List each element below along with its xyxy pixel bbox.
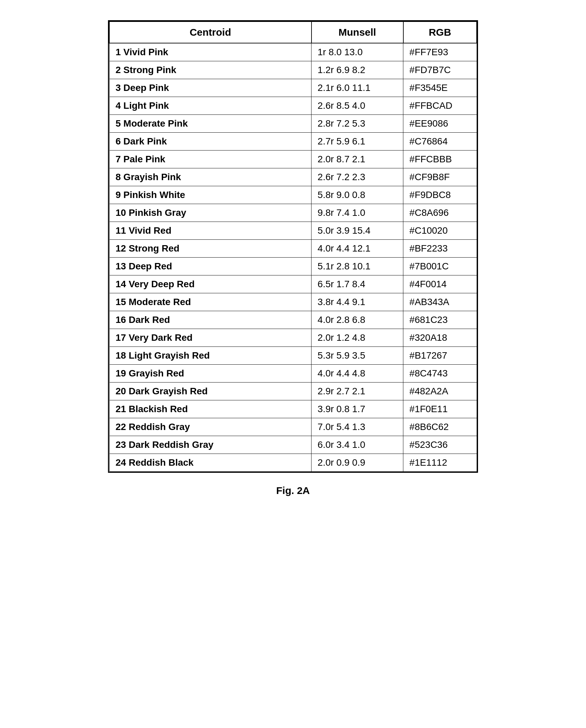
- rgb-cell: #FFCBBB: [403, 151, 477, 168]
- table-row: 17 Very Dark Red2.0r 1.2 4.8#320A18: [109, 329, 477, 347]
- munsell-cell: 7.0r 5.4 1.3: [312, 418, 403, 436]
- munsell-cell: 2.0r 1.2 4.8: [312, 329, 403, 347]
- centroid-cell: 13 Deep Red: [109, 258, 312, 275]
- rgb-cell: #320A18: [403, 329, 477, 347]
- centroid-cell: 19 Grayish Red: [109, 365, 312, 382]
- munsell-cell: 2.6r 7.2 2.3: [312, 168, 403, 186]
- centroid-cell: 12 Strong Red: [109, 240, 312, 258]
- table-row: 23 Dark Reddish Gray6.0r 3.4 1.0#523C36: [109, 436, 477, 454]
- table-row: 16 Dark Red4.0r 2.8 6.8#681C23: [109, 311, 477, 329]
- munsell-cell: 2.9r 2.7 2.1: [312, 382, 403, 400]
- centroid-cell: 3 Deep Pink: [109, 79, 312, 97]
- table-row: 15 Moderate Red3.8r 4.4 9.1#AB343A: [109, 293, 477, 311]
- header-munsell: Munsell: [312, 22, 403, 43]
- rgb-cell: #C8A696: [403, 204, 477, 222]
- table-row: 10 Pinkish Gray9.8r 7.4 1.0#C8A696: [109, 204, 477, 222]
- munsell-cell: 2.0r 0.9 0.9: [312, 454, 403, 472]
- rgb-cell: #FD7B7C: [403, 61, 477, 79]
- rgb-cell: #8B6C62: [403, 418, 477, 436]
- munsell-cell: 1r 8.0 13.0: [312, 43, 403, 61]
- munsell-cell: 4.0r 2.8 6.8: [312, 311, 403, 329]
- figure-caption: Fig. 2A: [276, 485, 310, 496]
- table-row: 6 Dark Pink2.7r 5.9 6.1#C76864: [109, 133, 477, 151]
- munsell-cell: 2.1r 6.0 11.1: [312, 79, 403, 97]
- rgb-cell: #EE9086: [403, 115, 477, 133]
- rgb-cell: #FF7E93: [403, 43, 477, 61]
- munsell-cell: 4.0r 4.4 12.1: [312, 240, 403, 258]
- table-row: 3 Deep Pink2.1r 6.0 11.1#F3545E: [109, 79, 477, 97]
- centroid-cell: 7 Pale Pink: [109, 151, 312, 168]
- rgb-cell: #CF9B8F: [403, 168, 477, 186]
- munsell-cell: 6.5r 1.7 8.4: [312, 275, 403, 293]
- munsell-cell: 2.6r 8.5 4.0: [312, 97, 403, 115]
- table-row: 8 Grayish Pink2.6r 7.2 2.3#CF9B8F: [109, 168, 477, 186]
- color-table-wrapper: Centroid Munsell RGB 1 Vivid Pink1r 8.0 …: [108, 20, 478, 473]
- rgb-cell: #B17267: [403, 347, 477, 365]
- rgb-cell: #681C23: [403, 311, 477, 329]
- table-row: 5 Moderate Pink2.8r 7.2 5.3#EE9086: [109, 115, 477, 133]
- munsell-cell: 2.7r 5.9 6.1: [312, 133, 403, 151]
- munsell-cell: 5.1r 2.8 10.1: [312, 258, 403, 275]
- rgb-cell: #F9DBC8: [403, 186, 477, 204]
- munsell-cell: 4.0r 4.4 4.8: [312, 365, 403, 382]
- table-header-row: Centroid Munsell RGB: [109, 22, 477, 43]
- centroid-cell: 24 Reddish Black: [109, 454, 312, 472]
- munsell-cell: 5.8r 9.0 0.8: [312, 186, 403, 204]
- table-row: 13 Deep Red5.1r 2.8 10.1#7B001C: [109, 258, 477, 275]
- centroid-cell: 18 Light Grayish Red: [109, 347, 312, 365]
- rgb-cell: #523C36: [403, 436, 477, 454]
- munsell-cell: 5.0r 3.9 15.4: [312, 222, 403, 240]
- centroid-cell: 2 Strong Pink: [109, 61, 312, 79]
- table-row: 14 Very Deep Red6.5r 1.7 8.4#4F0014: [109, 275, 477, 293]
- header-rgb: RGB: [403, 22, 477, 43]
- rgb-cell: #4F0014: [403, 275, 477, 293]
- munsell-cell: 6.0r 3.4 1.0: [312, 436, 403, 454]
- rgb-cell: #7B001C: [403, 258, 477, 275]
- color-table: Centroid Munsell RGB 1 Vivid Pink1r 8.0 …: [109, 21, 477, 472]
- table-row: 20 Dark Grayish Red2.9r 2.7 2.1#482A2A: [109, 382, 477, 400]
- centroid-cell: 1 Vivid Pink: [109, 43, 312, 61]
- centroid-cell: 4 Light Pink: [109, 97, 312, 115]
- table-row: 2 Strong Pink1.2r 6.9 8.2#FD7B7C: [109, 61, 477, 79]
- centroid-cell: 15 Moderate Red: [109, 293, 312, 311]
- munsell-cell: 2.8r 7.2 5.3: [312, 115, 403, 133]
- rgb-cell: #F3545E: [403, 79, 477, 97]
- rgb-cell: #1E1112: [403, 454, 477, 472]
- table-row: 12 Strong Red4.0r 4.4 12.1#BF2233: [109, 240, 477, 258]
- munsell-cell: 9.8r 7.4 1.0: [312, 204, 403, 222]
- table-row: 19 Grayish Red4.0r 4.4 4.8#8C4743: [109, 365, 477, 382]
- rgb-cell: #C76864: [403, 133, 477, 151]
- header-centroid: Centroid: [109, 22, 312, 43]
- rgb-cell: #8C4743: [403, 365, 477, 382]
- centroid-cell: 21 Blackish Red: [109, 400, 312, 418]
- rgb-cell: #BF2233: [403, 240, 477, 258]
- centroid-cell: 17 Very Dark Red: [109, 329, 312, 347]
- table-row: 18 Light Grayish Red5.3r 5.9 3.5#B17267: [109, 347, 477, 365]
- centroid-cell: 14 Very Deep Red: [109, 275, 312, 293]
- centroid-cell: 9 Pinkish White: [109, 186, 312, 204]
- centroid-cell: 6 Dark Pink: [109, 133, 312, 151]
- table-row: 24 Reddish Black2.0r 0.9 0.9#1E1112: [109, 454, 477, 472]
- centroid-cell: 8 Grayish Pink: [109, 168, 312, 186]
- table-row: 22 Reddish Gray7.0r 5.4 1.3#8B6C62: [109, 418, 477, 436]
- centroid-cell: 23 Dark Reddish Gray: [109, 436, 312, 454]
- munsell-cell: 1.2r 6.9 8.2: [312, 61, 403, 79]
- table-row: 4 Light Pink2.6r 8.5 4.0#FFBCAD: [109, 97, 477, 115]
- munsell-cell: 3.8r 4.4 9.1: [312, 293, 403, 311]
- munsell-cell: 2.0r 8.7 2.1: [312, 151, 403, 168]
- centroid-cell: 10 Pinkish Gray: [109, 204, 312, 222]
- rgb-cell: #AB343A: [403, 293, 477, 311]
- centroid-cell: 16 Dark Red: [109, 311, 312, 329]
- centroid-cell: 5 Moderate Pink: [109, 115, 312, 133]
- munsell-cell: 3.9r 0.8 1.7: [312, 400, 403, 418]
- rgb-cell: #C10020: [403, 222, 477, 240]
- centroid-cell: 22 Reddish Gray: [109, 418, 312, 436]
- table-row: 7 Pale Pink2.0r 8.7 2.1#FFCBBB: [109, 151, 477, 168]
- table-row: 9 Pinkish White5.8r 9.0 0.8#F9DBC8: [109, 186, 477, 204]
- table-row: 1 Vivid Pink1r 8.0 13.0#FF7E93: [109, 43, 477, 61]
- centroid-cell: 11 Vivid Red: [109, 222, 312, 240]
- table-row: 11 Vivid Red5.0r 3.9 15.4#C10020: [109, 222, 477, 240]
- rgb-cell: #482A2A: [403, 382, 477, 400]
- rgb-cell: #FFBCAD: [403, 97, 477, 115]
- munsell-cell: 5.3r 5.9 3.5: [312, 347, 403, 365]
